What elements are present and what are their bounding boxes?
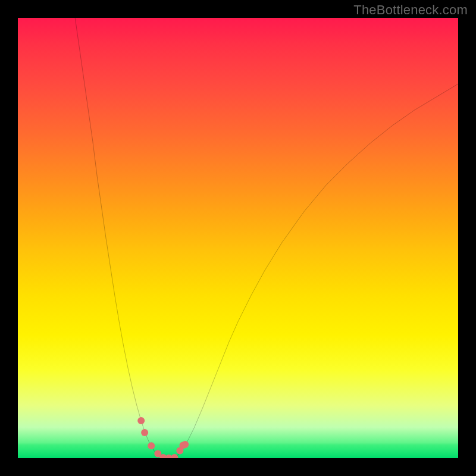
marker-dot — [141, 429, 148, 436]
watermark-text: TheBottleneck.com — [353, 2, 468, 18]
marker-dot — [148, 442, 155, 449]
plot-area — [18, 18, 458, 458]
chart-svg — [18, 18, 458, 458]
marker-dot — [137, 417, 145, 424]
curve-markers — [137, 417, 189, 458]
bottleneck-curve — [75, 18, 458, 458]
marker-dot — [171, 454, 178, 458]
chart-frame: TheBottleneck.com — [0, 0, 476, 476]
marker-dot — [181, 441, 189, 448]
